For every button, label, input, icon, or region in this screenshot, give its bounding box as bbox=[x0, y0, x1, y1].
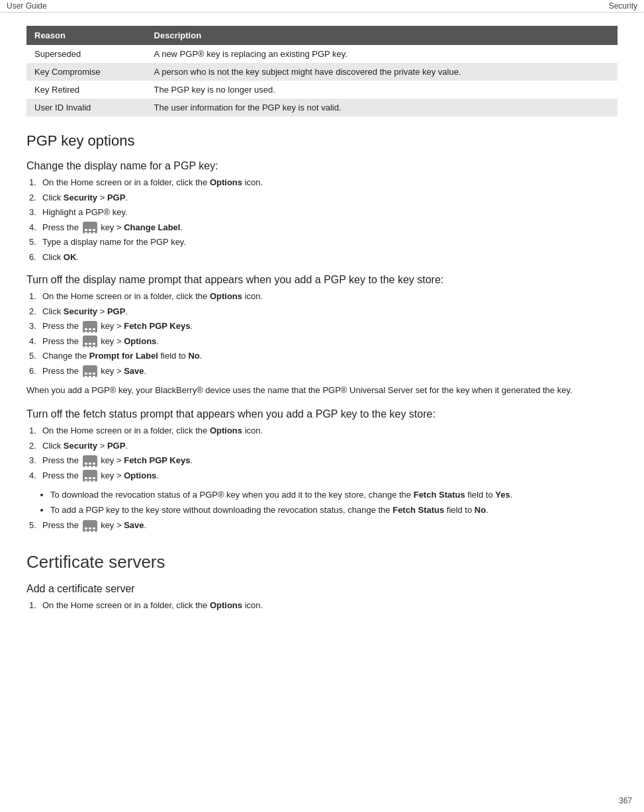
table-cell-description: A person who is not the key subject migh… bbox=[146, 63, 618, 81]
turn-off-fetch-prompt-subsection: Turn off the fetch status prompt that ap… bbox=[26, 408, 618, 532]
change-display-name-steps: 1.On the Home screen or in a folder, cli… bbox=[26, 176, 618, 263]
list-item: 3.Highlight a PGP® key. bbox=[26, 206, 618, 219]
turn-off-fetch-prompt-heading: Turn off the fetch status prompt that ap… bbox=[26, 408, 618, 420]
list-item: 5.Type a display name for the PGP key. bbox=[26, 236, 618, 249]
step-number: 3. bbox=[29, 454, 36, 467]
list-item: 4.Press the key > Options. bbox=[26, 469, 618, 482]
list-item: 6.Click OK. bbox=[26, 251, 618, 264]
change-display-name-heading: Change the display name for a PGP key: bbox=[26, 160, 618, 172]
list-item: 1.On the Home screen or in a folder, cli… bbox=[26, 599, 618, 612]
table-row: User ID InvalidThe user information for … bbox=[26, 99, 618, 116]
table-header-description: Description bbox=[146, 26, 618, 45]
page-number: 367 bbox=[619, 796, 632, 805]
table-cell-description: A new PGP® key is replacing an existing … bbox=[146, 45, 618, 63]
turn-off-display-prompt-heading: Turn off the display name prompt that ap… bbox=[26, 274, 618, 286]
menu-key-icon bbox=[83, 336, 97, 347]
list-item: To download the revocation status of a P… bbox=[50, 488, 618, 502]
step-number: 1. bbox=[29, 290, 36, 303]
menu-key-icon bbox=[83, 470, 97, 482]
menu-key-icon bbox=[83, 520, 97, 532]
list-item: 6.Press the key > Save. bbox=[26, 365, 618, 378]
reason-description-table: Reason Description SupersededA new PGP® … bbox=[26, 26, 618, 116]
table-cell-reason: Key Retired bbox=[26, 81, 146, 99]
step-number: 2. bbox=[29, 439, 36, 453]
page-header: User Guide Security bbox=[0, 0, 644, 13]
table-row: SupersededA new PGP® key is replacing an… bbox=[26, 45, 618, 63]
header-left-label: User Guide bbox=[7, 1, 47, 11]
main-content: Reason Description SupersededA new PGP® … bbox=[0, 13, 644, 658]
table-header-reason: Reason bbox=[26, 26, 146, 45]
menu-key-icon bbox=[83, 321, 97, 333]
table-row: Key CompromiseA person who is not the ke… bbox=[26, 63, 618, 81]
turn-off-display-prompt-subsection: Turn off the display name prompt that ap… bbox=[26, 274, 618, 377]
turn-off-fetch-steps: 1.On the Home screen or in a folder, cli… bbox=[26, 424, 618, 482]
display-prompt-note: When you add a PGP® key, your BlackBerry… bbox=[26, 384, 618, 398]
step-number: 3. bbox=[29, 206, 36, 219]
list-item: 1.On the Home screen or in a folder, cli… bbox=[26, 290, 618, 303]
step-number: 6. bbox=[29, 365, 36, 378]
step-number: 1. bbox=[29, 176, 36, 189]
table-cell-reason: User ID Invalid bbox=[26, 99, 146, 116]
add-certificate-server-heading: Add a certificate server bbox=[26, 583, 618, 595]
step-number: 5. bbox=[29, 349, 36, 363]
list-item: 5.Press the key > Save. bbox=[26, 519, 618, 532]
table-cell-reason: Superseded bbox=[26, 45, 146, 63]
menu-key-icon bbox=[83, 222, 97, 234]
turn-off-display-steps: 1.On the Home screen or in a folder, cli… bbox=[26, 290, 618, 377]
page-footer: 367 bbox=[619, 796, 632, 805]
step-number: 2. bbox=[29, 305, 36, 318]
step-number: 2. bbox=[29, 191, 36, 204]
certificate-servers-section: Certificate servers Add a certificate se… bbox=[26, 552, 618, 612]
table-cell-description: The user information for the PGP key is … bbox=[146, 99, 618, 116]
list-item: 2.Click Security > PGP. bbox=[26, 439, 618, 453]
list-item: 1.On the Home screen or in a folder, cli… bbox=[26, 176, 618, 189]
list-item: To add a PGP key to the key store withou… bbox=[50, 504, 618, 517]
header-right-label: Security bbox=[609, 1, 637, 11]
list-item: 2.Click Security > PGP. bbox=[26, 305, 618, 318]
step-number: 4. bbox=[29, 469, 36, 482]
step-number: 1. bbox=[29, 599, 36, 612]
step-number: 1. bbox=[29, 424, 36, 437]
step-number: 5. bbox=[29, 519, 36, 532]
step-number: 4. bbox=[29, 221, 36, 234]
list-item: 4.Press the key > Change Label. bbox=[26, 221, 618, 234]
change-display-name-subsection: Change the display name for a PGP key: 1… bbox=[26, 160, 618, 263]
table-cell-description: The PGP key is no longer used. bbox=[146, 81, 618, 99]
step-number: 3. bbox=[29, 320, 36, 333]
fetch-final-step: 5.Press the key > Save. bbox=[26, 519, 618, 532]
list-item: 4.Press the key > Options. bbox=[26, 335, 618, 348]
certificate-servers-title: Certificate servers bbox=[26, 552, 618, 572]
add-certificate-server-steps: 1.On the Home screen or in a folder, cli… bbox=[26, 599, 618, 612]
menu-key-icon bbox=[83, 365, 97, 377]
list-item: 3.Press the key > Fetch PGP Keys. bbox=[26, 454, 618, 467]
step-number: 6. bbox=[29, 251, 36, 264]
list-item: 2.Click Security > PGP. bbox=[26, 191, 618, 204]
fetch-status-bullets: To download the revocation status of a P… bbox=[26, 488, 618, 516]
list-item: 1.On the Home screen or in a folder, cli… bbox=[26, 424, 618, 437]
list-item: 3.Press the key > Fetch PGP Keys. bbox=[26, 320, 618, 333]
step-number: 5. bbox=[29, 236, 36, 249]
step-number: 4. bbox=[29, 335, 36, 348]
table-row: Key RetiredThe PGP key is no longer used… bbox=[26, 81, 618, 99]
pgp-section-title: PGP key options bbox=[26, 132, 618, 150]
table-cell-reason: Key Compromise bbox=[26, 63, 146, 81]
pgp-section: PGP key options Change the display name … bbox=[26, 132, 618, 532]
list-item: 5.Change the Prompt for Label field to N… bbox=[26, 349, 618, 363]
menu-key-icon bbox=[83, 455, 97, 467]
